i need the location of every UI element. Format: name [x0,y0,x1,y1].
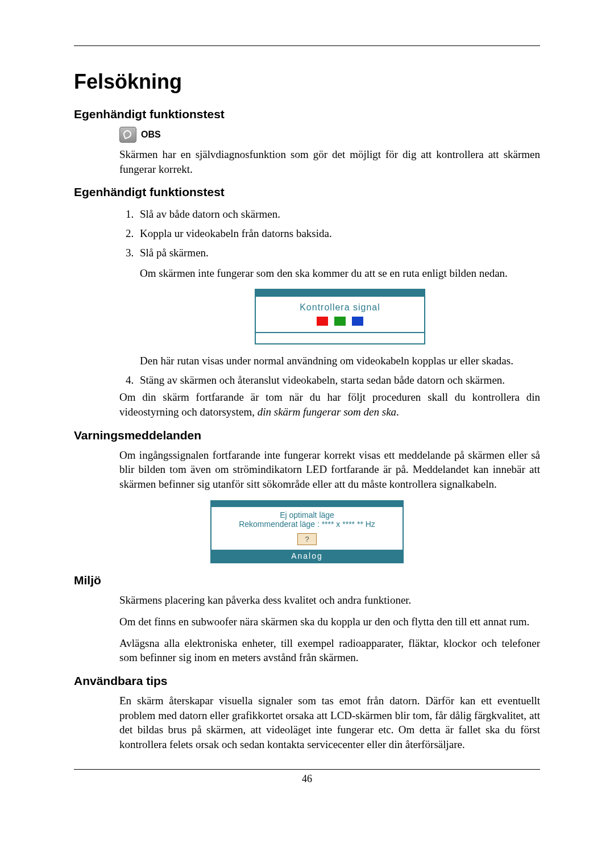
list-item: Stäng av skärmen och återanslut videokab… [136,371,540,390]
paragraph: En skärm återskapar visuella signaler so… [119,693,540,752]
list-item: Slå av både datorn och skärmen. [136,205,540,224]
page-title: Felsökning [74,70,540,94]
step-paragraph: Den här rutan visas under normal användn… [140,355,540,367]
page-number: 46 [74,770,540,785]
dialog-body: Ej optimalt läge Rekommenderat läge : **… [211,507,403,550]
list-item: Koppla ur videokabeln från datorns baksi… [136,224,540,243]
dialog-titlebar [211,501,403,507]
section-heading-1: Egenhändigt funktionstest [74,107,540,121]
list-item: Slå på skärmen. Om skärmen inte fungerar… [136,243,540,371]
dialog-figure-2: Ej optimalt läge Rekommenderat läge : **… [74,500,540,563]
paragraph: Om det finns en subwoofer nära skärmen s… [119,614,540,629]
obs-note: OBS [119,127,540,143]
dialog-help-button: ? [297,533,316,545]
top-rule [74,45,540,46]
paragraph: Skärmens placering kan påverka dess kval… [119,593,540,608]
dialog-footer-label: Analog [211,550,403,562]
green-square-icon [334,317,346,326]
note-icon [119,127,136,143]
signal-dialog: Kontrollera signal [255,289,425,344]
document-page: Felsökning Egenhändigt funktionstest OBS… [0,0,614,868]
dialog-message: Kontrollera signal [260,302,420,313]
section-heading-2: Egenhändigt funktionstest [74,185,540,199]
obs-label: OBS [141,130,161,139]
dialog-line-1: Ej optimalt läge [215,510,399,520]
dialog-footer [256,332,424,343]
step-text: Stäng av skärmen och återanslut videokab… [140,374,505,386]
rgb-squares [260,316,420,329]
dialog-figure-1: Kontrollera signal [140,289,540,344]
dialog-line-2: Rekommenderat läge : **** x **** ** Hz [215,520,399,529]
section-heading-3: Varningsmeddelanden [74,429,540,442]
paragraph: Avlägsna alla elektroniska enheter, till… [119,636,540,665]
dialog-body: Kontrollera signal [256,297,424,332]
text-fragment: . [396,406,399,418]
paragraph: Skärmen har en självdiagnosfunktion som … [119,147,540,176]
step-text: Koppla ur videokabeln från datorns baksi… [140,227,332,239]
paragraph: Om ingångssignalen fortfarande inte fung… [119,448,540,492]
step-text: Slå på skärmen. [140,247,209,259]
section-heading-4: Miljö [74,574,540,587]
red-square-icon [317,317,328,326]
italic-text: din skärm fungerar som den ska [258,406,396,418]
section-heading-5: Användbara tips [74,674,540,688]
dialog-titlebar [256,290,424,297]
ordered-steps: Slå av både datorn och skärmen. Koppla u… [119,205,540,390]
step-text: Slå av både datorn och skärmen. [140,208,280,220]
mode-dialog: Ej optimalt läge Rekommenderat läge : **… [210,500,404,563]
blue-square-icon [352,317,363,326]
paragraph: Om din skärm fortfarande är tom när du h… [119,390,540,419]
step-paragraph: Om skärmen inte fungerar som den ska kom… [140,267,540,280]
